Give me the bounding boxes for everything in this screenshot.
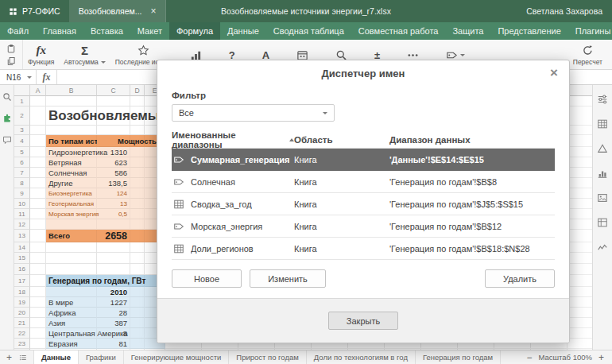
row-header[interactable]: 1 [14,96,30,106]
row-header[interactable]: 6 [14,157,30,168]
cell[interactable]: 81 [97,339,130,349]
cell[interactable] [130,209,145,219]
row-header[interactable]: 13 [14,230,30,242]
cell[interactable] [130,297,145,308]
cell[interactable] [30,188,46,199]
cell[interactable]: 138,5 [97,178,130,188]
cell[interactable]: 124 [97,188,130,199]
cell[interactable] [130,328,145,339]
cell[interactable] [30,209,46,219]
cell[interactable] [30,199,46,209]
cell[interactable]: Морская энергия [46,209,97,219]
column-header[interactable]: B [46,85,97,96]
recalculation-button[interactable]: Пересчет [568,40,607,69]
menu-tab[interactable]: Представление [490,22,567,40]
new-button[interactable]: Новое [172,269,242,288]
pivot-panel-button[interactable] [597,217,608,228]
name-range-row[interactable]: Морская_энергияКнига'Генерация по годам'… [172,215,555,238]
menu-tab[interactable]: Плагины [568,22,612,40]
cell[interactable] [46,242,97,253]
cell[interactable] [30,219,46,230]
cell[interactable]: Евразия [46,339,97,349]
zoom-in-button[interactable]: + [598,353,604,362]
column-named-ranges[interactable]: Именованные диапазоны [172,130,294,149]
close-button[interactable]: Закрыть [328,312,398,330]
cell[interactable]: Геотермальная [46,199,97,209]
cell[interactable] [130,147,145,157]
cell[interactable] [30,230,46,242]
cell[interactable] [30,253,46,264]
column-scope[interactable]: Область [294,135,389,145]
cell[interactable] [30,126,46,135]
close-document-icon[interactable]: × [151,6,157,16]
cell[interactable] [130,253,145,264]
cell[interactable] [30,157,46,168]
cell[interactable]: Центральная Америка [46,328,97,339]
cell[interactable] [30,308,46,318]
cell[interactable]: Генерация по годам, ГВт [46,275,97,287]
cell[interactable] [130,168,145,178]
column-header[interactable]: A [30,85,46,96]
cell[interactable]: 28 [97,308,130,318]
copy-button[interactable] [6,56,16,66]
sheet-tab[interactable]: Генерирующие мощности [124,350,230,364]
cell[interactable] [97,126,130,135]
row-header[interactable]: 20 [14,308,30,318]
edit-button[interactable]: Изменить [250,269,326,288]
cell[interactable]: Всего [46,230,97,242]
name-range-row[interactable]: Доли_регионовКнига'Генерация по годам'!$… [172,238,555,260]
name-range-row[interactable]: СолнечнаяКнига'Генерация по годам'!$B$8 [172,171,555,193]
cell[interactable]: В мире [46,297,97,308]
menu-tab[interactable]: Главная [36,22,83,40]
cell[interactable] [97,219,130,230]
cell[interactable]: Другие [46,178,97,188]
row-header[interactable]: 3 [14,126,30,135]
sliders-panel-button[interactable] [597,94,608,105]
row-header[interactable]: 8 [14,178,30,188]
chart-panel-button[interactable] [597,168,608,179]
row-header[interactable]: 18 [14,287,30,297]
cell[interactable] [30,297,46,308]
cell[interactable]: 586 [97,168,130,178]
row-header[interactable]: 22 [14,328,30,339]
cell[interactable]: Солнечная [46,168,97,178]
cell[interactable]: Мощность [97,135,130,147]
row-header[interactable]: 7 [14,168,30,178]
row-header[interactable]: 2 [14,106,30,126]
cell[interactable] [130,219,145,230]
shape-panel-button[interactable] [597,143,608,154]
cell[interactable] [30,275,46,287]
cell[interactable]: Гидроэнергетика [46,147,97,157]
cell[interactable] [130,230,145,242]
cell[interactable] [97,253,130,264]
cell[interactable] [30,96,46,106]
cell[interactable] [130,157,145,168]
sheet-list-icon[interactable] [19,354,27,362]
cell[interactable] [30,135,46,147]
row-header[interactable]: 5 [14,147,30,157]
cell[interactable] [30,106,46,126]
cell[interactable] [46,219,97,230]
cell[interactable] [30,147,46,157]
search-button[interactable] [2,92,12,102]
paste-button[interactable] [6,44,16,53]
sheet-tab[interactable]: Данные [34,350,79,364]
cell[interactable] [130,96,145,106]
image-panel-button[interactable] [597,192,608,203]
row-header[interactable]: 21 [14,318,30,328]
comment-button[interactable] [2,135,12,145]
column-range[interactable]: Диапазон данных [389,135,555,145]
menu-tab[interactable]: Формула [169,22,220,40]
cell[interactable]: 623 [97,157,130,168]
cell[interactable] [30,242,46,253]
function-button[interactable]: fxФункция [23,40,59,69]
cell[interactable]: Африка [46,308,97,318]
row-header[interactable]: 15 [14,253,30,264]
row-header[interactable]: 10 [14,199,30,209]
cell[interactable]: 0,5 [97,209,130,219]
spark-panel-button[interactable] [597,242,608,253]
cell[interactable] [46,287,97,297]
name-range-row[interactable]: Сводка_за_годКнига'Генерация по годам'!$… [172,193,555,215]
name-range-row[interactable]: Суммарная_генерацияКнига'Данные'!$E$14:$… [172,149,555,171]
row-header[interactable]: 23 [14,339,30,349]
